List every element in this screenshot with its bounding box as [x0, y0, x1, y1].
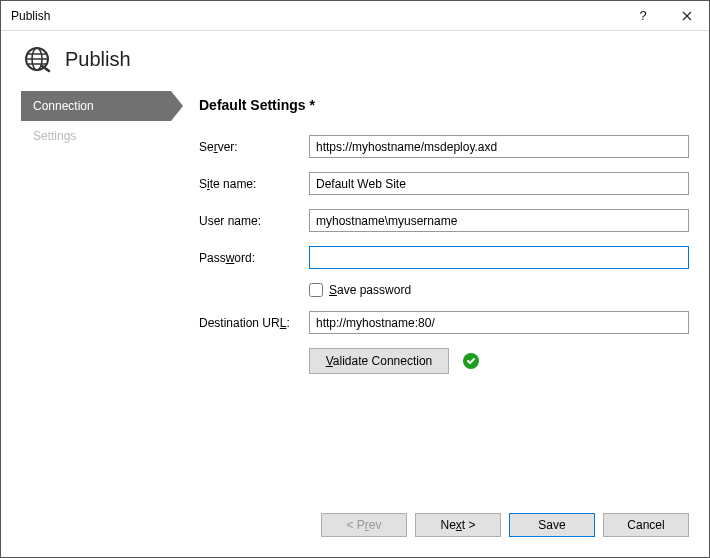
row-password: Password: — [199, 246, 689, 269]
label-password: Password: — [199, 251, 309, 265]
prev-button: < Prev — [321, 513, 407, 537]
password-input[interactable] — [309, 246, 689, 269]
tab-connection[interactable]: Connection — [21, 91, 171, 121]
cancel-button[interactable]: Cancel — [603, 513, 689, 537]
row-validate: Validate Connection — [309, 348, 689, 374]
sidebar: Connection Settings — [21, 91, 171, 503]
section-heading: Default Settings * — [199, 97, 689, 113]
titlebar: Publish ? — [1, 1, 709, 31]
main-panel: Default Settings * Server: Site name: Us… — [171, 91, 689, 503]
content-area: Connection Settings Default Settings * S… — [1, 91, 709, 503]
help-button[interactable]: ? — [621, 1, 665, 31]
tab-label: Connection — [33, 99, 94, 113]
page-header: Publish — [1, 31, 709, 91]
next-button[interactable]: Next > — [415, 513, 501, 537]
page-title: Publish — [65, 48, 131, 71]
dialog-footer: < Prev Next > Save Cancel — [1, 503, 709, 557]
close-icon — [682, 11, 692, 21]
row-username: User name: — [199, 209, 689, 232]
row-savepassword: Save password — [309, 283, 689, 297]
username-input[interactable] — [309, 209, 689, 232]
savepassword-checkbox[interactable] — [309, 283, 323, 297]
label-server: Server: — [199, 140, 309, 154]
globe-icon — [23, 45, 51, 73]
tab-label: Settings — [33, 129, 76, 143]
label-sitename: Site name: — [199, 177, 309, 191]
label-username: User name: — [199, 214, 309, 228]
row-sitename: Site name: — [199, 172, 689, 195]
sitename-input[interactable] — [309, 172, 689, 195]
destinationurl-input[interactable] — [309, 311, 689, 334]
label-destinationurl: Destination URL: — [199, 316, 309, 330]
window-title: Publish — [11, 9, 621, 23]
server-input[interactable] — [309, 135, 689, 158]
close-button[interactable] — [665, 1, 709, 31]
row-destinationurl: Destination URL: — [199, 311, 689, 334]
tab-settings[interactable]: Settings — [21, 121, 171, 151]
validate-button[interactable]: Validate Connection — [309, 348, 449, 374]
label-savepassword: Save password — [329, 283, 411, 297]
row-server: Server: — [199, 135, 689, 158]
save-button[interactable]: Save — [509, 513, 595, 537]
check-icon — [463, 353, 479, 369]
